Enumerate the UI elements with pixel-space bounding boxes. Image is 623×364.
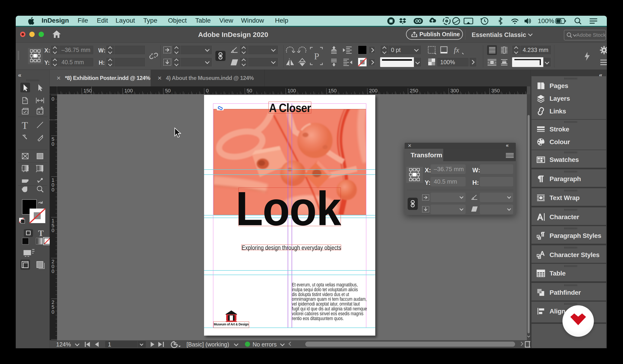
svg-text:P: P: [314, 51, 319, 62]
svg-text:T: T: [22, 120, 28, 131]
svg-text:T: T: [38, 229, 44, 238]
svg-text:fx: fx: [454, 46, 459, 54]
svg-text:100%: 100%: [538, 17, 554, 24]
